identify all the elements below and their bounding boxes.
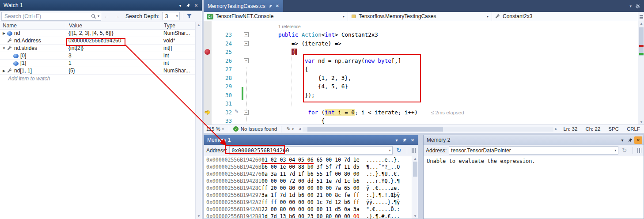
add-watch-item-row[interactable]: Add item to watch <box>0 75 195 82</box>
memory-bytes[interactable]: 1d 7d 13 b6 00 23 00 80 00 00 00 <box>261 213 366 219</box>
watch-name-cell[interactable]: [1] <box>0 60 66 67</box>
type-dropdown[interactable]: Tensorflow.MemoryTestingCases ▾ <box>348 12 492 21</box>
gear-icon[interactable] <box>635 4 640 9</box>
close-icon[interactable]: ✕ <box>192 2 200 9</box>
memory-bytes[interactable]: 3a 1f 7d 1d b6 00 21 00 8c fe ff <box>261 192 366 198</box>
watch-item-value[interactable]: {5} <box>66 67 161 74</box>
code-line-26[interactable]: 26var nd = np.array(new byte[,] <box>204 57 638 65</box>
watch-name-cell[interactable]: ▼nd.strides <box>0 45 66 52</box>
memory-row[interactable]: 0x000002556B19426001 02 03 04 05 06 65 0… <box>204 156 412 163</box>
scroll-up-icon[interactable]: ▲ <box>197 23 201 27</box>
watch-item-value[interactable]: {int[2]} <box>66 45 161 52</box>
chevron-down-icon[interactable]: ▾ <box>389 148 390 152</box>
search-prev-icon[interactable]: ← <box>102 13 111 19</box>
memory-row[interactable]: 0x000002556B1942AD22 00 80 00 00 00 00 1… <box>204 206 412 213</box>
memory1-address-input[interactable]: 0x000002556B194260 ▾ <box>229 146 393 155</box>
tab-close-icon[interactable]: ✕ <box>276 4 279 8</box>
code-line-30[interactable]: 30}); <box>204 91 638 100</box>
column-header-value[interactable]: Value <box>66 22 161 29</box>
scroll-left-icon[interactable]: ◄ <box>298 127 302 131</box>
code-area[interactable]: −−−− 1 reference 23public Action<int> Co… <box>204 21 638 125</box>
memory-bytes[interactable]: b6 00 1e 00 88 b0 3f 5f 7f 11 d5 <box>261 164 366 170</box>
editor-vertical-scrollbar[interactable]: ▲ ▼ <box>638 21 644 125</box>
member-dropdown[interactable]: Constant2x3 ▾ <box>492 12 644 21</box>
memory-row[interactable]: 0x000002556B1942A2ff ff 00 00 00 00 1c 7… <box>204 199 412 206</box>
search-depth-combo[interactable]: 3 ▾ <box>162 12 180 20</box>
memory-row[interactable]: 0x000002556B1942760a 3a 11 7d 1f b6 55 1… <box>204 170 412 177</box>
memory-row[interactable]: 0x000002556B1942B81d 7d 13 b6 00 23 00 8… <box>204 213 412 219</box>
edit-mode-button[interactable]: ✎ ▾ <box>284 126 296 132</box>
memory-bytes[interactable]: 00 00 00 72 00 dd 51 1e 7d 1c b6 <box>261 178 366 184</box>
watch-row[interactable]: ▼nd.strides{int[2]}int[] <box>0 45 195 52</box>
watch-item-value[interactable]: {[[1, 2, 3], [4, 5, 6]]} <box>66 30 161 37</box>
pin-icon[interactable] <box>184 2 192 9</box>
watch-item-value[interactable]: 1 <box>66 60 161 67</box>
watch-vertical-scrollbar[interactable]: ▲ ▼ <box>195 22 202 219</box>
zoom-control[interactable]: 115 % ▾ <box>204 126 227 132</box>
watch-name-cell[interactable]: [0] <box>0 52 66 59</box>
memory-row[interactable]: 0x000002556B19426Bb6 00 1e 00 88 b0 3f 5… <box>204 163 412 170</box>
memory1-hex-dump[interactable]: 0x000002556B19426001 02 03 04 05 06 65 0… <box>204 156 412 219</box>
scrollbar-track[interactable] <box>303 127 553 132</box>
refresh-icon[interactable]: ↻ <box>621 147 628 154</box>
scrollbar-thumb[interactable] <box>413 162 417 177</box>
scroll-right-icon[interactable]: ► <box>554 127 558 131</box>
memory-row[interactable]: 0x000002556B19428Cff 20 00 80 00 00 00 0… <box>204 185 412 192</box>
code-line-23[interactable]: 23public Action<int> Constant2x3 <box>204 30 638 39</box>
window-menu-icon[interactable]: ▾ <box>618 136 626 144</box>
window-menu-icon[interactable]: ▾ <box>176 2 184 9</box>
split-editor-handle[interactable] <box>638 12 644 21</box>
watch-row[interactable]: [1]1int <box>0 60 195 67</box>
watch-row[interactable]: [0]3int <box>0 52 195 60</box>
memory-bytes[interactable]: 01 02 03 04 05 06 65 00 10 7d 1e <box>261 157 366 163</box>
codelens-references[interactable]: 1 reference <box>278 24 301 29</box>
memory-bytes[interactable]: ff 20 00 80 00 00 00 00 7a 65 00 <box>261 185 366 191</box>
scroll-up-icon[interactable]: ▲ <box>640 22 643 26</box>
memory2-content[interactable]: Unable to evaluate the expression. <box>424 156 644 219</box>
watch-name-cell[interactable]: nd.Address <box>0 37 66 44</box>
close-icon[interactable]: ✕ <box>634 136 642 144</box>
pin-icon[interactable] <box>401 136 409 144</box>
expander-collapsed-icon[interactable]: ▶ <box>1 69 7 73</box>
scroll-down-icon[interactable]: ▼ <box>413 214 417 218</box>
code-line-31[interactable]: 31 <box>204 99 638 108</box>
watch-row[interactable]: nd.Address0x000002556b194260void* <box>0 37 195 45</box>
memory-bytes[interactable]: 22 00 80 00 00 00 00 11 d5 0a 3a <box>261 206 366 212</box>
tab-pin-icon[interactable] <box>269 4 273 8</box>
tab-list-chevron-icon[interactable]: ▾ <box>629 4 632 8</box>
watch-row[interactable]: ▶nd[1, 1]{5}NumShar... <box>0 67 195 75</box>
tab-memorytestingcases[interactable]: MemoryTestingCases.cs ✕ <box>204 0 283 12</box>
project-dropdown[interactable]: C# TensorFlowNET.Console ▾ <box>204 12 348 21</box>
close-icon[interactable]: ✕ <box>409 136 417 144</box>
watch-name-cell[interactable]: ▶nd <box>0 30 66 37</box>
column-header-name[interactable]: Name <box>0 22 66 29</box>
chevron-down-icon[interactable]: ▾ <box>614 148 616 152</box>
code-line-27[interactable]: 27{ <box>204 65 638 74</box>
scroll-up-icon[interactable]: ▲ <box>413 157 417 161</box>
column-header-type[interactable]: Type <box>161 22 195 29</box>
scroll-down-icon[interactable]: ▼ <box>640 120 643 124</box>
scrollbar-thumb[interactable] <box>639 27 644 56</box>
scrollbar-thumb[interactable] <box>307 127 443 132</box>
memory2-address-input[interactable]: tensor.TensorDataPointer ▾ <box>449 146 618 155</box>
code-line-29[interactable]: 29{4, 5, 6} <box>204 82 638 91</box>
watch-item-value[interactable]: 0x000002556b194260 <box>66 37 161 44</box>
expander-collapsed-icon[interactable]: ▶ <box>1 31 7 35</box>
memory-bytes[interactable]: 0a 3a 11 7d 1f b6 55 1f 00 80 00 <box>261 171 366 177</box>
memory-bytes[interactable]: ff ff 00 00 00 00 1c 7d 12 b6 ff <box>261 199 366 205</box>
memory-row[interactable]: 0x000002556B19428100 00 00 72 00 dd 51 1… <box>204 177 412 185</box>
columns-icon[interactable] <box>412 148 416 153</box>
memory-row[interactable]: 0x000002556B1942973a 1f 7d 1d b6 00 21 0… <box>204 192 412 199</box>
scroll-down-icon[interactable]: ▼ <box>197 214 201 218</box>
columns-icon[interactable] <box>637 148 641 153</box>
code-line-24[interactable]: 24=> (iterate) => <box>204 39 638 48</box>
search-input[interactable]: Search (Ctrl+E) ▾ <box>1 12 101 21</box>
watch-name-cell[interactable]: ▶nd[1, 1] <box>0 67 66 74</box>
expander-expanded-icon[interactable]: ▼ <box>1 46 7 50</box>
watch-item-value[interactable]: 3 <box>66 52 161 59</box>
search-next-icon[interactable]: → <box>112 13 121 19</box>
document-health-indicator[interactable]: ✓ No issues found <box>231 126 279 132</box>
code-line-25[interactable]: 25{ <box>204 48 638 57</box>
pin-icon[interactable] <box>626 136 634 144</box>
watch-row[interactable]: ▶nd{[[1, 2, 3], [4, 5, 6]]}NumShar... <box>0 30 195 37</box>
